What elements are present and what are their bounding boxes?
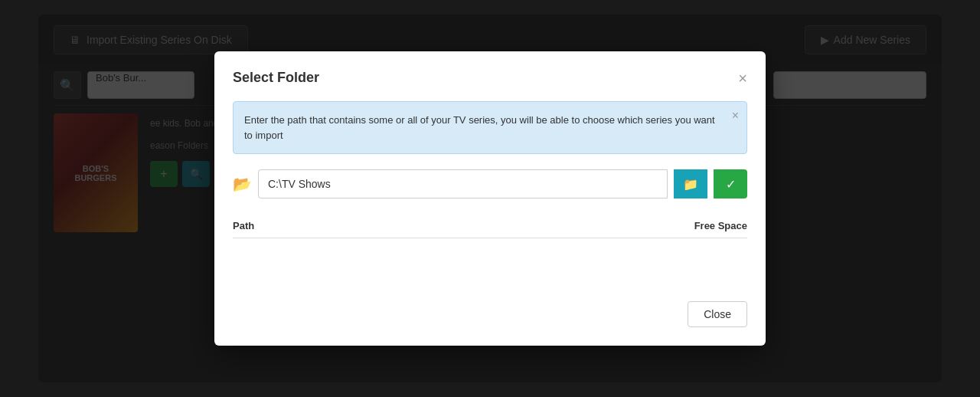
info-box-text: Enter the path that contains some or all… — [244, 114, 715, 141]
modal-overlay: Select Folder × Enter the path that cont… — [38, 15, 942, 382]
col-freespace-label: Free Space — [694, 220, 747, 231]
modal-close-button[interactable]: × — [738, 71, 747, 86]
folder-icon: 📂 — [233, 175, 252, 193]
info-box: Enter the path that contains some or all… — [233, 101, 747, 154]
path-input[interactable] — [258, 169, 668, 198]
check-icon: ✓ — [726, 177, 736, 192]
browse-button[interactable]: 📁 — [674, 169, 707, 198]
modal-footer: Close — [233, 301, 747, 327]
browse-icon: 📁 — [683, 177, 698, 192]
info-box-close-button[interactable]: × — [732, 110, 739, 122]
modal-header: Select Folder × — [233, 70, 747, 86]
col-path-label: Path — [233, 220, 254, 231]
path-table-body — [233, 248, 747, 278]
path-row: 📂 📁 ✓ — [233, 169, 747, 198]
path-table-header: Path Free Space — [233, 214, 747, 238]
select-folder-modal: Select Folder × Enter the path that cont… — [214, 51, 766, 346]
close-button[interactable]: Close — [688, 301, 747, 327]
modal-title: Select Folder — [233, 70, 319, 86]
confirm-path-button[interactable]: ✓ — [714, 169, 747, 198]
